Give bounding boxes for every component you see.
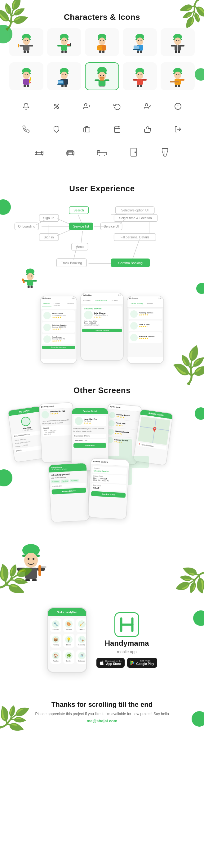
svg-point-89 (137, 72, 143, 79)
icon-thumbsup (134, 122, 161, 136)
char-item-4 (123, 28, 157, 56)
apple-icon (99, 660, 104, 665)
svg-point-109 (57, 106, 59, 108)
appstore-button[interactable]: Download on the App Store (96, 658, 125, 668)
svg-rect-20 (70, 43, 71, 46)
footer-subtitle: Please appreciate this project if you li… (6, 712, 198, 716)
svg-point-2 (23, 37, 30, 45)
svg-rect-7 (29, 45, 33, 46)
screens-collage: My profile John Doe +1 234 567 890 Perso… (9, 401, 195, 535)
phone-left-card-3: Handyman Booking • 2:00 PM ★★★★★ (42, 334, 75, 344)
svg-rect-43 (140, 51, 142, 53)
char-item-6 (9, 62, 43, 90)
svg-point-67 (61, 72, 67, 79)
svg-rect-205 (32, 579, 36, 581)
brand-layout: Find a HandyMan 🔧 Plumbing 🎨 Painting (6, 601, 198, 682)
svg-rect-206 (38, 565, 41, 576)
svg-point-15 (65, 40, 66, 41)
svg-line-157 (74, 248, 77, 260)
phone-left-tabs: Finished Current Booking Location (42, 301, 75, 308)
svg-point-68 (63, 74, 63, 75)
svg-text:Search: Search (74, 208, 84, 212)
svg-rect-137 (99, 150, 100, 153)
svg-rect-72 (58, 81, 63, 83)
svg-text:Select time & Location: Select time & Location (119, 216, 152, 220)
svg-rect-10 (27, 51, 29, 53)
svg-text:Fill personal Details: Fill personal Details (121, 235, 149, 239)
screen-confirm-booking: Confirm Booking Service Cleaning Service… (88, 458, 129, 520)
icon-user-check (134, 99, 161, 113)
icons-row-1 (6, 96, 198, 116)
svg-point-13 (61, 37, 67, 45)
svg-text:Onboarding: Onboarding (18, 224, 35, 228)
phone-right: My Booking 9:41 Current Booking Wishlist… (127, 296, 164, 364)
char-item-1 (9, 28, 43, 56)
svg-point-111 (85, 103, 87, 106)
svg-text:Track Booking: Track Booking (61, 261, 82, 265)
icon-info (164, 99, 192, 113)
svg-text:Service list: Service list (73, 224, 89, 228)
char-svg-7 (50, 65, 78, 87)
char-item-10 (161, 62, 195, 90)
phone-right-card-2: Pack & shift ★★★★☆ (129, 320, 162, 331)
svg-rect-6 (20, 45, 24, 46)
svg-point-37 (141, 40, 142, 41)
svg-rect-119 (114, 127, 120, 132)
char-svg-4 (126, 31, 154, 53)
svg-rect-125 (36, 151, 42, 153)
svg-rect-96 (140, 85, 142, 87)
svg-point-14 (63, 40, 63, 41)
phone-left-btn[interactable]: Rate Handymama (42, 346, 75, 349)
svg-rect-52 (180, 45, 184, 46)
icon-door (119, 145, 148, 159)
svg-rect-41 (133, 49, 140, 50)
svg-point-36 (138, 40, 139, 41)
svg-rect-51 (171, 45, 175, 46)
phone-left-card-2: Painting Service Booking • 12:00 PM ★★★★… (42, 322, 75, 333)
ux-section: User Experience (0, 175, 204, 376)
svg-rect-40 (134, 46, 139, 49)
char-item-2 (47, 28, 81, 56)
svg-point-198 (24, 553, 38, 568)
svg-rect-60 (23, 79, 29, 85)
screen-handymama-promo: HandyMama Get all services at home Let u… (48, 463, 90, 523)
deco-footer-right (192, 711, 204, 726)
svg-point-58 (25, 74, 26, 75)
footer-email[interactable]: me@sbajal.com (87, 719, 117, 723)
svg-rect-16 (61, 45, 67, 51)
svg-rect-17 (57, 45, 62, 46)
svg-point-48 (179, 40, 179, 41)
phone-center-tabs: Finished Current Booking Location (82, 298, 122, 303)
char-svg-10 (164, 65, 192, 87)
svg-rect-83 (105, 80, 109, 81)
svg-rect-104 (180, 79, 184, 81)
brand-name: Handymama (105, 639, 149, 648)
svg-rect-191 (28, 285, 30, 288)
svg-rect-42 (137, 51, 139, 53)
svg-rect-21 (61, 51, 63, 53)
svg-point-199 (28, 558, 29, 560)
icon-user-add (73, 99, 100, 113)
icons-row-2 (6, 119, 198, 139)
svg-point-185 (27, 273, 33, 280)
googleplay-button[interactable]: GET IT ON Google Play (127, 658, 157, 668)
store-buttons: Download on the App Store GET IT ON Goog… (96, 658, 157, 668)
svg-rect-53 (175, 51, 177, 53)
char-item-9 (123, 62, 157, 90)
svg-rect-8 (18, 44, 19, 48)
svg-rect-86 (102, 86, 105, 87)
svg-point-59 (27, 74, 28, 75)
svg-point-79 (100, 75, 101, 76)
svg-point-200 (33, 558, 34, 560)
phone-center-btn[interactable]: Continue Service (82, 329, 122, 332)
icon-sofa (25, 145, 53, 159)
svg-point-35 (137, 37, 143, 45)
svg-rect-63 (24, 85, 26, 87)
svg-point-46 (174, 37, 181, 45)
icon-percent (43, 99, 70, 113)
deco-other-right (195, 407, 204, 420)
svg-text:Sign in: Sign in (44, 235, 54, 239)
svg-point-26 (100, 40, 101, 41)
svg-point-3 (25, 40, 26, 41)
svg-rect-118 (84, 128, 90, 132)
